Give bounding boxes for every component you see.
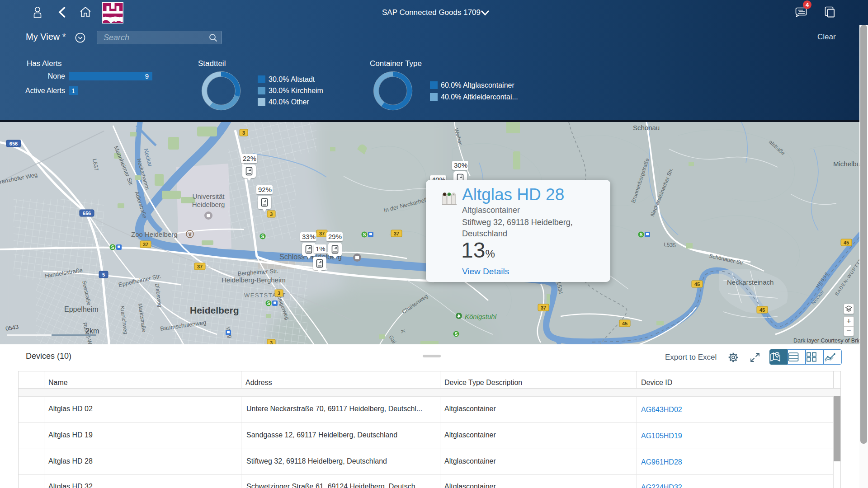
svg-text:Dark layer Courtesy of Bridg: Dark layer Courtesy of Bridg: [793, 338, 859, 344]
svg-text:37: 37: [541, 305, 546, 310]
svg-text:3: 3: [270, 340, 273, 344]
svg-text:37: 37: [197, 264, 203, 269]
svg-text:37: 37: [394, 231, 399, 236]
svg-text:Heidelberg: Heidelberg: [192, 201, 225, 208]
svg-text:Heidelberg: Heidelberg: [190, 305, 239, 315]
svg-text:Heidelberg-Bergheim: Heidelberg-Bergheim: [222, 276, 286, 284]
svg-text:45: 45: [844, 240, 849, 245]
svg-text:45: 45: [622, 321, 627, 326]
svg-text:Zoo Heidelberg: Zoo Heidelberg: [131, 230, 178, 238]
svg-text:656: 656: [83, 211, 91, 216]
svg-text:S: S: [363, 232, 366, 237]
svg-text:45: 45: [760, 307, 765, 313]
svg-text:L535: L535: [664, 241, 676, 249]
svg-text:Eppelheim: Eppelheim: [64, 305, 99, 313]
svg-text:37: 37: [143, 242, 148, 247]
svg-text:37: 37: [319, 231, 325, 236]
svg-text:S: S: [261, 234, 264, 239]
svg-text:3: 3: [242, 130, 245, 136]
svg-text:Schönau: Schönau: [633, 124, 660, 131]
svg-text:3: 3: [278, 291, 280, 296]
svg-text:Michelbucl: Michelbucl: [833, 160, 859, 168]
svg-text:S: S: [640, 232, 643, 237]
svg-text:S: S: [267, 301, 270, 306]
svg-text:656: 656: [9, 141, 18, 146]
svg-text:Königstuhl: Königstuhl: [465, 313, 497, 320]
svg-text:45: 45: [694, 282, 700, 287]
svg-text:Universität: Universität: [193, 192, 225, 200]
svg-text:3: 3: [270, 211, 273, 217]
svg-text:5: 5: [102, 272, 105, 277]
svg-text:S: S: [455, 332, 458, 337]
svg-text:Neckarsteinach: Neckarsteinach: [727, 278, 774, 286]
svg-text:2km: 2km: [85, 327, 99, 335]
svg-text:S: S: [111, 245, 114, 250]
